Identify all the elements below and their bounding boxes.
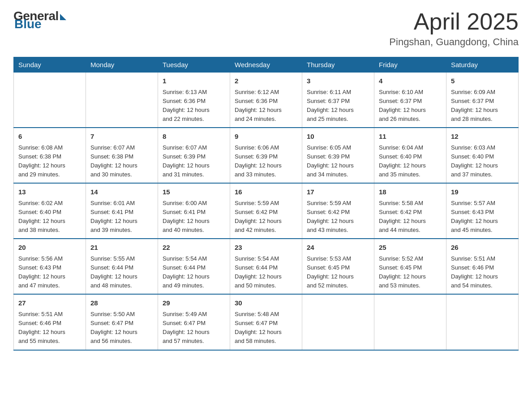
table-row: 13Sunrise: 6:02 AM Sunset: 6:40 PM Dayli… bbox=[14, 183, 86, 239]
day-number: 28 bbox=[90, 298, 153, 308]
table-row bbox=[86, 73, 158, 128]
day-number: 1 bbox=[163, 76, 225, 86]
day-number: 6 bbox=[18, 132, 81, 142]
calendar-week-row: 6Sunrise: 6:08 AM Sunset: 6:38 PM Daylig… bbox=[14, 128, 519, 183]
col-sunday: Sunday bbox=[14, 57, 86, 73]
day-number: 2 bbox=[235, 76, 297, 86]
table-row: 20Sunrise: 5:56 AM Sunset: 6:43 PM Dayli… bbox=[14, 239, 86, 294]
day-number: 25 bbox=[379, 243, 442, 253]
table-row: 1Sunrise: 6:13 AM Sunset: 6:36 PM Daylig… bbox=[158, 73, 230, 128]
table-row: 2Sunrise: 6:12 AM Sunset: 6:36 PM Daylig… bbox=[230, 73, 302, 128]
table-row: 25Sunrise: 5:52 AM Sunset: 6:45 PM Dayli… bbox=[374, 239, 446, 294]
day-number: 17 bbox=[307, 187, 369, 197]
day-info: Sunrise: 6:07 AM Sunset: 6:38 PM Dayligh… bbox=[90, 143, 153, 180]
logo-blue-text: Blue bbox=[14, 17, 42, 31]
col-thursday: Thursday bbox=[302, 57, 374, 73]
table-row: 23Sunrise: 5:54 AM Sunset: 6:44 PM Dayli… bbox=[230, 239, 302, 294]
day-info: Sunrise: 6:13 AM Sunset: 6:36 PM Dayligh… bbox=[163, 88, 225, 124]
month-title: April 2025 bbox=[389, 9, 519, 34]
day-number: 14 bbox=[90, 187, 153, 197]
day-info: Sunrise: 5:49 AM Sunset: 6:47 PM Dayligh… bbox=[163, 310, 225, 346]
col-friday: Friday bbox=[374, 57, 446, 73]
day-info: Sunrise: 6:00 AM Sunset: 6:41 PM Dayligh… bbox=[163, 199, 225, 235]
location-title: Pingshan, Guangdong, China bbox=[389, 36, 519, 48]
day-info: Sunrise: 6:04 AM Sunset: 6:40 PM Dayligh… bbox=[379, 143, 442, 180]
table-row: 8Sunrise: 6:07 AM Sunset: 6:39 PM Daylig… bbox=[158, 128, 230, 183]
day-number: 29 bbox=[163, 298, 225, 308]
page-header: General Blue April 2025 Pingshan, Guangd… bbox=[13, 9, 519, 48]
calendar-header-row: Sunday Monday Tuesday Wednesday Thursday… bbox=[14, 57, 519, 73]
table-row: 6Sunrise: 6:08 AM Sunset: 6:38 PM Daylig… bbox=[14, 128, 86, 183]
day-number: 24 bbox=[307, 243, 369, 253]
day-number: 22 bbox=[163, 243, 225, 253]
table-row: 16Sunrise: 5:59 AM Sunset: 6:42 PM Dayli… bbox=[230, 183, 302, 239]
day-number: 23 bbox=[235, 243, 297, 253]
day-info: Sunrise: 6:03 AM Sunset: 6:40 PM Dayligh… bbox=[451, 143, 514, 180]
day-number: 19 bbox=[451, 187, 514, 197]
day-number: 9 bbox=[235, 132, 297, 142]
table-row: 26Sunrise: 5:51 AM Sunset: 6:46 PM Dayli… bbox=[446, 239, 519, 294]
day-info: Sunrise: 6:12 AM Sunset: 6:36 PM Dayligh… bbox=[235, 88, 297, 124]
col-tuesday: Tuesday bbox=[158, 57, 230, 73]
day-number: 10 bbox=[307, 132, 369, 142]
day-info: Sunrise: 6:11 AM Sunset: 6:37 PM Dayligh… bbox=[307, 88, 369, 124]
table-row bbox=[446, 294, 519, 350]
day-number: 13 bbox=[18, 187, 81, 197]
day-number: 16 bbox=[235, 187, 297, 197]
col-monday: Monday bbox=[86, 57, 158, 73]
calendar-week-row: 27Sunrise: 5:51 AM Sunset: 6:46 PM Dayli… bbox=[14, 294, 519, 350]
table-row: 29Sunrise: 5:49 AM Sunset: 6:47 PM Dayli… bbox=[158, 294, 230, 350]
table-row: 30Sunrise: 5:48 AM Sunset: 6:47 PM Dayli… bbox=[230, 294, 302, 350]
table-row: 28Sunrise: 5:50 AM Sunset: 6:47 PM Dayli… bbox=[86, 294, 158, 350]
table-row: 21Sunrise: 5:55 AM Sunset: 6:44 PM Dayli… bbox=[86, 239, 158, 294]
col-saturday: Saturday bbox=[446, 57, 519, 73]
calendar-week-row: 13Sunrise: 6:02 AM Sunset: 6:40 PM Dayli… bbox=[14, 183, 519, 239]
day-info: Sunrise: 6:10 AM Sunset: 6:37 PM Dayligh… bbox=[379, 88, 442, 124]
day-info: Sunrise: 5:51 AM Sunset: 6:46 PM Dayligh… bbox=[451, 254, 514, 291]
day-info: Sunrise: 5:54 AM Sunset: 6:44 PM Dayligh… bbox=[163, 254, 225, 291]
table-row bbox=[14, 73, 86, 128]
day-info: Sunrise: 5:57 AM Sunset: 6:43 PM Dayligh… bbox=[451, 199, 514, 235]
calendar-week-row: 1Sunrise: 6:13 AM Sunset: 6:36 PM Daylig… bbox=[14, 73, 519, 128]
day-info: Sunrise: 5:54 AM Sunset: 6:44 PM Dayligh… bbox=[235, 254, 297, 291]
table-row: 18Sunrise: 5:58 AM Sunset: 6:42 PM Dayli… bbox=[374, 183, 446, 239]
day-info: Sunrise: 6:01 AM Sunset: 6:41 PM Dayligh… bbox=[90, 199, 153, 235]
day-info: Sunrise: 6:09 AM Sunset: 6:37 PM Dayligh… bbox=[451, 88, 514, 124]
table-row: 27Sunrise: 5:51 AM Sunset: 6:46 PM Dayli… bbox=[14, 294, 86, 350]
day-info: Sunrise: 5:51 AM Sunset: 6:46 PM Dayligh… bbox=[18, 310, 81, 346]
day-info: Sunrise: 6:05 AM Sunset: 6:39 PM Dayligh… bbox=[307, 143, 369, 180]
table-row: 17Sunrise: 5:59 AM Sunset: 6:42 PM Dayli… bbox=[302, 183, 374, 239]
day-info: Sunrise: 5:53 AM Sunset: 6:45 PM Dayligh… bbox=[307, 254, 369, 291]
logo: General Blue bbox=[13, 9, 66, 31]
table-row: 4Sunrise: 6:10 AM Sunset: 6:37 PM Daylig… bbox=[374, 73, 446, 128]
day-number: 20 bbox=[18, 243, 81, 253]
day-number: 4 bbox=[379, 76, 442, 86]
day-info: Sunrise: 5:50 AM Sunset: 6:47 PM Dayligh… bbox=[90, 310, 153, 346]
table-row: 12Sunrise: 6:03 AM Sunset: 6:40 PM Dayli… bbox=[446, 128, 519, 183]
day-info: Sunrise: 5:52 AM Sunset: 6:45 PM Dayligh… bbox=[379, 254, 442, 291]
day-number: 5 bbox=[451, 76, 514, 86]
day-info: Sunrise: 6:06 AM Sunset: 6:39 PM Dayligh… bbox=[235, 143, 297, 180]
table-row: 15Sunrise: 6:00 AM Sunset: 6:41 PM Dayli… bbox=[158, 183, 230, 239]
table-row: 14Sunrise: 6:01 AM Sunset: 6:41 PM Dayli… bbox=[86, 183, 158, 239]
day-info: Sunrise: 5:55 AM Sunset: 6:44 PM Dayligh… bbox=[90, 254, 153, 291]
table-row: 3Sunrise: 6:11 AM Sunset: 6:37 PM Daylig… bbox=[302, 73, 374, 128]
table-row: 5Sunrise: 6:09 AM Sunset: 6:37 PM Daylig… bbox=[446, 73, 519, 128]
day-number: 8 bbox=[163, 132, 225, 142]
day-info: Sunrise: 5:58 AM Sunset: 6:42 PM Dayligh… bbox=[379, 199, 442, 235]
day-info: Sunrise: 6:08 AM Sunset: 6:38 PM Dayligh… bbox=[18, 143, 81, 180]
day-info: Sunrise: 5:59 AM Sunset: 6:42 PM Dayligh… bbox=[235, 199, 297, 235]
day-number: 30 bbox=[235, 298, 297, 308]
day-number: 15 bbox=[163, 187, 225, 197]
day-number: 27 bbox=[18, 298, 81, 308]
day-info: Sunrise: 5:56 AM Sunset: 6:43 PM Dayligh… bbox=[18, 254, 81, 291]
calendar-week-row: 20Sunrise: 5:56 AM Sunset: 6:43 PM Dayli… bbox=[14, 239, 519, 294]
title-area: April 2025 Pingshan, Guangdong, China bbox=[389, 9, 519, 48]
day-info: Sunrise: 5:48 AM Sunset: 6:47 PM Dayligh… bbox=[235, 310, 297, 346]
logo-arrow-icon bbox=[60, 14, 66, 20]
day-number: 21 bbox=[90, 243, 153, 253]
table-row bbox=[374, 294, 446, 350]
day-number: 3 bbox=[307, 76, 369, 86]
day-number: 26 bbox=[451, 243, 514, 253]
day-number: 7 bbox=[90, 132, 153, 142]
